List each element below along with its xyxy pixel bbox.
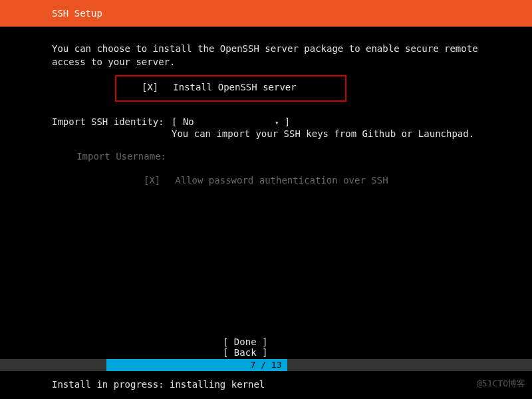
- intro-text: You can choose to install the OpenSSH se…: [52, 43, 480, 68]
- bracket-close: ]: [285, 116, 290, 127]
- install-openssh-label: Install OpenSSH server: [173, 82, 296, 92]
- progress-text: 7 / 13: [0, 359, 532, 371]
- install-openssh-checkbox[interactable]: [X] Install OpenSSH server: [123, 82, 338, 92]
- status-line: Install in progress: installing kernel: [52, 379, 265, 390]
- back-button[interactable]: [ Back ]: [223, 347, 309, 358]
- intro-line1: You can choose to install the OpenSSH se…: [52, 43, 480, 56]
- progress-bar: 7 / 13: [0, 359, 532, 371]
- import-identity-dropdown[interactable]: [ No ▾ ]: [172, 116, 290, 127]
- import-identity-label: Import SSH identity:: [52, 116, 172, 127]
- checkbox-mark: [X]: [144, 175, 160, 186]
- allow-password-label: Allow password authentication over SSH: [175, 175, 388, 186]
- watermark: @51CTO博客: [477, 378, 525, 390]
- import-username-label: Import Username:: [52, 151, 172, 162]
- import-identity-row: Import SSH identity: [ No ▾ ]: [52, 116, 480, 127]
- intro-line2: access to your server.: [52, 56, 480, 69]
- chevron-down-icon: ▾: [275, 119, 279, 126]
- main-content: You can choose to install the OpenSSH se…: [0, 27, 532, 186]
- checkbox-mark: [X]: [142, 82, 158, 92]
- highlight-annotation: [X] Install OpenSSH server: [115, 75, 346, 102]
- header-bar: SSH Setup: [0, 0, 532, 27]
- page-title: SSH Setup: [52, 8, 102, 19]
- bracket-open: [: [172, 116, 177, 127]
- import-identity-hint: You can import your SSH keys from Github…: [172, 128, 480, 139]
- import-identity-value: No: [183, 116, 269, 127]
- button-area: [ Done ] [ Back ]: [0, 336, 532, 358]
- done-button[interactable]: [ Done ]: [223, 336, 309, 347]
- import-username-row: Import Username:: [52, 151, 480, 162]
- allow-password-checkbox[interactable]: [X] Allow password authentication over S…: [144, 175, 480, 186]
